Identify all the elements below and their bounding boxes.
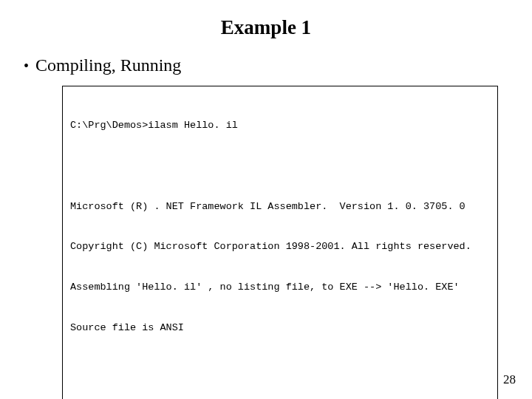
slide-title: Example 1 (21, 16, 511, 39)
slide: Example 1 • Compiling, Running C:\Prg\De… (0, 0, 532, 399)
bullet-item: • Compiling, Running (21, 55, 511, 75)
terminal-line: Copyright (C) Microsoft Corporation 1998… (70, 240, 490, 253)
terminal-line: Assembling 'Hello. il' , no listing file… (70, 281, 490, 294)
terminal-line (70, 160, 490, 173)
page-number: 28 (503, 372, 516, 387)
terminal-line: Microsoft (R) . NET Framework IL Assembl… (70, 200, 490, 214)
bullet-text: Compiling, Running (35, 55, 181, 75)
bullet-icon: • (24, 58, 35, 73)
terminal-line: Source file is ANSI (70, 321, 490, 335)
terminal-line (70, 361, 490, 375)
terminal-output: C:\Prg\Demos>ilasm Hello. il Microsoft (… (62, 86, 498, 399)
terminal-line: C:\Prg\Demos>ilasm Hello. il (70, 119, 490, 132)
